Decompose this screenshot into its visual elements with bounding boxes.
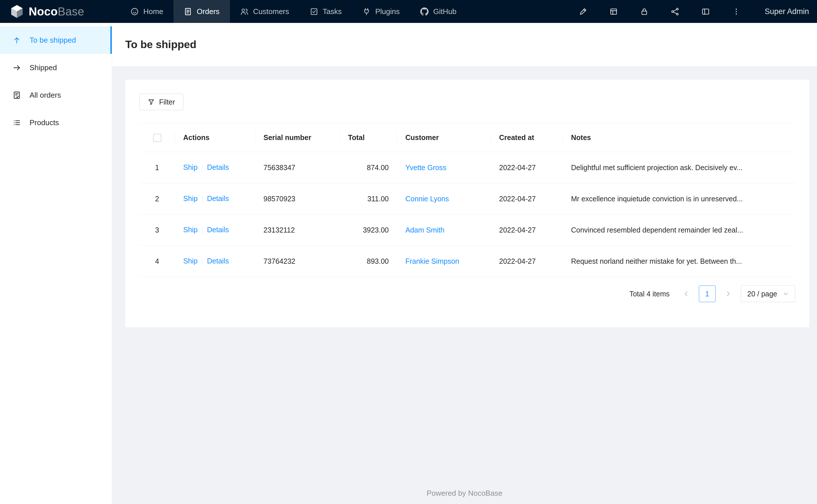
sidebar-item-label: Shipped <box>30 63 57 72</box>
row-index: 1 <box>155 164 159 172</box>
footer-text: Powered by NocoBase <box>112 489 817 498</box>
nav-item-github[interactable]: GitHub <box>410 0 467 23</box>
nav-item-tasks[interactable]: Tasks <box>300 0 352 23</box>
row-index: 2 <box>155 195 159 203</box>
home-icon <box>130 7 139 16</box>
serial-cell: 23132112 <box>255 214 340 246</box>
serial-cell: 73764232 <box>255 246 340 277</box>
nav-item-label: Home <box>143 7 163 16</box>
nav-item-label: GitHub <box>433 7 456 16</box>
ship-link[interactable]: Ship <box>183 257 197 265</box>
arrow-right-icon <box>13 64 21 72</box>
layout-icon[interactable] <box>702 7 710 16</box>
action-divider <box>202 164 202 172</box>
ui-editor-highlighter-icon[interactable] <box>579 7 587 16</box>
column-header-customer: Customer <box>397 123 491 152</box>
column-header-total: Total <box>340 123 397 152</box>
column-header-actions: Actions <box>175 123 255 152</box>
column-header-created: Created at <box>491 123 563 152</box>
action-divider <box>202 196 202 203</box>
nav-item-label: Tasks <box>323 7 342 16</box>
brand-name-secondary: Base <box>58 5 84 18</box>
nav-item-label: Customers <box>253 7 289 16</box>
total-cell: 893.00 <box>340 246 397 277</box>
customers-icon <box>240 7 249 16</box>
orders-table: Actions Serial number Total Customer Cre… <box>139 123 795 277</box>
nav-item-orders[interactable]: Orders <box>173 0 230 23</box>
action-divider <box>202 258 202 265</box>
orders-card: Filter Actions Serial number Total Custo… <box>125 80 809 327</box>
column-header-serial: Serial number <box>255 123 340 152</box>
sidebar-item-all-orders[interactable]: All orders <box>0 81 112 109</box>
nav-item-label: Plugins <box>375 7 400 16</box>
filter-button[interactable]: Filter <box>139 94 183 110</box>
nav-item-label: Orders <box>196 7 219 16</box>
chevron-down-icon <box>783 291 789 297</box>
page-size-select[interactable]: 20 / page <box>741 286 795 302</box>
github-icon <box>420 7 429 16</box>
main-area: To be shipped Filter <box>112 23 817 504</box>
created-cell: 2022-04-27 <box>491 246 563 277</box>
nav-right: Super Admin <box>579 0 817 23</box>
collections-icon[interactable] <box>609 7 618 16</box>
content-area: Filter Actions Serial number Total Custo… <box>112 66 817 504</box>
details-link[interactable]: Details <box>207 194 229 202</box>
total-cell: 311.00 <box>340 183 397 214</box>
row-index: 4 <box>155 257 159 265</box>
sidebar-item-shipped[interactable]: Shipped <box>0 54 112 81</box>
pagination: Total 4 items 1 20 / page <box>139 286 795 302</box>
column-header-notes: Notes <box>563 123 795 152</box>
brand[interactable]: NocoBase <box>0 0 112 23</box>
row-index: 3 <box>155 226 159 234</box>
arrow-up-icon <box>13 36 21 44</box>
file-check-icon <box>13 91 21 99</box>
customer-link[interactable]: Frankie Simpson <box>405 257 459 265</box>
customer-link[interactable]: Yvette Gross <box>405 164 446 172</box>
nocobase-logo-icon <box>10 4 24 19</box>
created-cell: 2022-04-27 <box>491 214 563 246</box>
chevron-left-icon <box>683 290 690 297</box>
details-link[interactable]: Details <box>207 226 229 234</box>
total-cell: 874.00 <box>340 152 397 183</box>
sidebar-item-to-be-shipped[interactable]: To be shipped <box>0 26 112 54</box>
lock-icon[interactable] <box>640 7 649 16</box>
top-nav: NocoBase Home Orders <box>0 0 817 23</box>
table-row: 1 ShipDetails 75638347 874.00 Yvette Gro… <box>139 152 795 183</box>
customer-link[interactable]: Adam Smith <box>405 226 444 234</box>
filter-button-label: Filter <box>159 98 175 106</box>
brand-name: NocoBase <box>29 5 84 18</box>
details-link[interactable]: Details <box>207 257 229 265</box>
details-link[interactable]: Details <box>207 163 229 171</box>
sidebar-item-label: All orders <box>30 91 61 100</box>
main-menu: Home Orders Customers <box>120 0 467 23</box>
pagination-prev-button[interactable] <box>678 286 695 302</box>
pagination-page-1[interactable]: 1 <box>699 286 716 302</box>
sidebar-item-label: To be shipped <box>30 36 76 45</box>
created-cell: 2022-04-27 <box>491 183 563 214</box>
filter-icon <box>148 99 155 106</box>
table-row: 2 ShipDetails 98570923 311.00 Connie Lyo… <box>139 183 795 214</box>
ship-link[interactable]: Ship <box>183 163 197 171</box>
sidebar: To be shipped Shipped All orders <box>0 23 112 504</box>
ship-link[interactable]: Ship <box>183 194 197 202</box>
notes-cell: Mr excellence inquietude conviction is i… <box>563 183 795 214</box>
total-cell: 3923.00 <box>340 214 397 246</box>
user-menu[interactable]: Super Admin <box>765 7 809 16</box>
nav-item-plugins[interactable]: Plugins <box>352 0 410 23</box>
pagination-next-button[interactable] <box>720 286 737 302</box>
plugins-icon <box>362 7 371 16</box>
list-icon <box>13 119 21 127</box>
api-share-icon[interactable] <box>671 7 679 16</box>
brand-name-primary: Noco <box>29 5 58 18</box>
customer-link[interactable]: Connie Lyons <box>405 195 449 203</box>
ship-link[interactable]: Ship <box>183 226 197 234</box>
sidebar-item-label: Products <box>30 118 59 127</box>
nav-item-home[interactable]: Home <box>120 0 173 23</box>
serial-cell: 98570923 <box>255 183 340 214</box>
table-row: 3 ShipDetails 23132112 3923.00 Adam Smit… <box>139 214 795 246</box>
sidebar-item-products[interactable]: Products <box>0 109 112 136</box>
orders-icon <box>184 7 192 16</box>
nav-item-customers[interactable]: Customers <box>230 0 300 23</box>
more-icon[interactable] <box>732 7 741 16</box>
select-all-checkbox[interactable] <box>153 134 161 142</box>
